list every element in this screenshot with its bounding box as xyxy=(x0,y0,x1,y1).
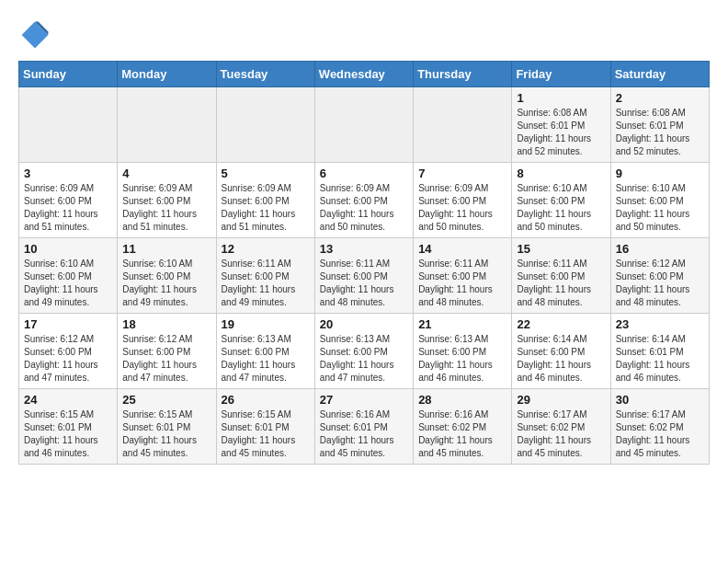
calendar-week-1: 1Sunrise: 6:08 AM Sunset: 6:01 PM Daylig… xyxy=(19,87,710,163)
day-number: 29 xyxy=(517,393,606,407)
day-info: Sunrise: 6:10 AM Sunset: 6:00 PM Dayligh… xyxy=(517,182,606,234)
day-info: Sunrise: 6:17 AM Sunset: 6:02 PM Dayligh… xyxy=(517,408,606,460)
calendar-week-3: 10Sunrise: 6:10 AM Sunset: 6:00 PM Dayli… xyxy=(19,238,710,314)
calendar-cell: 8Sunrise: 6:10 AM Sunset: 6:00 PM Daylig… xyxy=(512,163,610,238)
day-number: 1 xyxy=(517,91,606,105)
calendar-cell: 28Sunrise: 6:16 AM Sunset: 6:02 PM Dayli… xyxy=(414,389,512,465)
day-info: Sunrise: 6:09 AM Sunset: 6:00 PM Dayligh… xyxy=(320,182,409,234)
logo xyxy=(18,18,55,52)
day-info: Sunrise: 6:13 AM Sunset: 6:00 PM Dayligh… xyxy=(418,333,507,385)
calendar-cell: 2Sunrise: 6:08 AM Sunset: 6:01 PM Daylig… xyxy=(610,87,709,163)
calendar-cell: 4Sunrise: 6:09 AM Sunset: 6:00 PM Daylig… xyxy=(118,163,216,238)
day-info: Sunrise: 6:12 AM Sunset: 6:00 PM Dayligh… xyxy=(24,333,113,385)
calendar-cell xyxy=(19,87,118,163)
calendar-cell: 1Sunrise: 6:08 AM Sunset: 6:01 PM Daylig… xyxy=(512,87,610,163)
calendar-cell: 13Sunrise: 6:11 AM Sunset: 6:00 PM Dayli… xyxy=(314,238,413,314)
day-info: Sunrise: 6:09 AM Sunset: 6:00 PM Dayligh… xyxy=(222,182,311,234)
day-info: Sunrise: 6:12 AM Sunset: 6:00 PM Dayligh… xyxy=(122,333,211,385)
day-number: 24 xyxy=(24,393,113,407)
day-info: Sunrise: 6:11 AM Sunset: 6:00 PM Dayligh… xyxy=(320,258,409,309)
day-info: Sunrise: 6:15 AM Sunset: 6:01 PM Dayligh… xyxy=(122,408,211,460)
calendar-cell: 15Sunrise: 6:11 AM Sunset: 6:00 PM Dayli… xyxy=(512,238,610,314)
day-info: Sunrise: 6:09 AM Sunset: 6:00 PM Dayligh… xyxy=(24,182,113,234)
calendar-cell: 27Sunrise: 6:16 AM Sunset: 6:01 PM Dayli… xyxy=(314,389,413,465)
header xyxy=(18,18,710,52)
calendar-week-2: 3Sunrise: 6:09 AM Sunset: 6:00 PM Daylig… xyxy=(19,163,710,238)
calendar-cell xyxy=(314,87,413,163)
day-info: Sunrise: 6:13 AM Sunset: 6:00 PM Dayligh… xyxy=(222,333,311,385)
calendar-cell: 24Sunrise: 6:15 AM Sunset: 6:01 PM Dayli… xyxy=(19,389,118,465)
calendar-header: SundayMondayTuesdayWednesdayThursdayFrid… xyxy=(19,62,710,87)
day-info: Sunrise: 6:15 AM Sunset: 6:01 PM Dayligh… xyxy=(222,408,311,460)
day-number: 23 xyxy=(616,317,705,331)
calendar-cell: 22Sunrise: 6:14 AM Sunset: 6:00 PM Dayli… xyxy=(512,314,610,389)
day-info: Sunrise: 6:14 AM Sunset: 6:01 PM Dayligh… xyxy=(616,333,705,385)
calendar-cell: 17Sunrise: 6:12 AM Sunset: 6:00 PM Dayli… xyxy=(19,314,118,389)
calendar-cell xyxy=(216,87,314,163)
day-info: Sunrise: 6:15 AM Sunset: 6:01 PM Dayligh… xyxy=(24,408,113,460)
day-info: Sunrise: 6:08 AM Sunset: 6:01 PM Dayligh… xyxy=(517,107,606,158)
day-number: 4 xyxy=(122,167,211,180)
day-number: 13 xyxy=(320,242,409,256)
calendar-cell: 21Sunrise: 6:13 AM Sunset: 6:00 PM Dayli… xyxy=(414,314,512,389)
calendar-cell: 11Sunrise: 6:10 AM Sunset: 6:00 PM Dayli… xyxy=(118,238,216,314)
day-info: Sunrise: 6:09 AM Sunset: 6:00 PM Dayligh… xyxy=(122,182,211,234)
day-info: Sunrise: 6:08 AM Sunset: 6:01 PM Dayligh… xyxy=(616,107,705,158)
calendar-cell: 10Sunrise: 6:10 AM Sunset: 6:00 PM Dayli… xyxy=(19,238,118,314)
calendar-cell: 19Sunrise: 6:13 AM Sunset: 6:00 PM Dayli… xyxy=(216,314,314,389)
day-number: 20 xyxy=(320,317,409,331)
weekday-header-saturday: Saturday xyxy=(610,62,709,87)
weekday-header-thursday: Thursday xyxy=(414,62,512,87)
calendar-cell: 29Sunrise: 6:17 AM Sunset: 6:02 PM Dayli… xyxy=(512,389,610,465)
day-info: Sunrise: 6:16 AM Sunset: 6:01 PM Dayligh… xyxy=(320,408,409,460)
day-number: 15 xyxy=(517,242,606,256)
day-number: 16 xyxy=(616,242,705,256)
calendar-cell: 16Sunrise: 6:12 AM Sunset: 6:00 PM Dayli… xyxy=(610,238,709,314)
calendar-cell: 18Sunrise: 6:12 AM Sunset: 6:00 PM Dayli… xyxy=(118,314,216,389)
day-info: Sunrise: 6:10 AM Sunset: 6:00 PM Dayligh… xyxy=(616,182,705,234)
calendar-cell: 7Sunrise: 6:09 AM Sunset: 6:00 PM Daylig… xyxy=(414,163,512,238)
calendar-week-5: 24Sunrise: 6:15 AM Sunset: 6:01 PM Dayli… xyxy=(19,389,710,465)
calendar-week-4: 17Sunrise: 6:12 AM Sunset: 6:00 PM Dayli… xyxy=(19,314,710,389)
day-number: 26 xyxy=(222,393,311,407)
day-number: 3 xyxy=(24,167,113,180)
day-info: Sunrise: 6:12 AM Sunset: 6:00 PM Dayligh… xyxy=(616,258,705,309)
day-number: 21 xyxy=(418,317,507,331)
day-info: Sunrise: 6:11 AM Sunset: 6:00 PM Dayligh… xyxy=(517,258,606,309)
day-info: Sunrise: 6:14 AM Sunset: 6:00 PM Dayligh… xyxy=(517,333,606,385)
day-number: 28 xyxy=(418,393,507,407)
day-info: Sunrise: 6:11 AM Sunset: 6:00 PM Dayligh… xyxy=(222,258,311,309)
calendar-cell: 23Sunrise: 6:14 AM Sunset: 6:01 PM Dayli… xyxy=(610,314,709,389)
weekday-header-sunday: Sunday xyxy=(19,62,118,87)
calendar-cell: 6Sunrise: 6:09 AM Sunset: 6:00 PM Daylig… xyxy=(314,163,413,238)
day-info: Sunrise: 6:16 AM Sunset: 6:02 PM Dayligh… xyxy=(418,408,507,460)
calendar-cell: 12Sunrise: 6:11 AM Sunset: 6:00 PM Dayli… xyxy=(216,238,314,314)
day-number: 22 xyxy=(517,317,606,331)
calendar-cell: 3Sunrise: 6:09 AM Sunset: 6:00 PM Daylig… xyxy=(19,163,118,238)
calendar-cell: 20Sunrise: 6:13 AM Sunset: 6:00 PM Dayli… xyxy=(314,314,413,389)
calendar-cell: 26Sunrise: 6:15 AM Sunset: 6:01 PM Dayli… xyxy=(216,389,314,465)
day-number: 19 xyxy=(222,317,311,331)
calendar-cell: 9Sunrise: 6:10 AM Sunset: 6:00 PM Daylig… xyxy=(610,163,709,238)
day-info: Sunrise: 6:10 AM Sunset: 6:00 PM Dayligh… xyxy=(24,258,113,309)
day-number: 10 xyxy=(24,242,113,256)
page: SundayMondayTuesdayWednesdayThursdayFrid… xyxy=(0,0,728,483)
calendar-cell: 5Sunrise: 6:09 AM Sunset: 6:00 PM Daylig… xyxy=(216,163,314,238)
day-number: 25 xyxy=(122,393,211,407)
day-info: Sunrise: 6:10 AM Sunset: 6:00 PM Dayligh… xyxy=(122,258,211,309)
day-number: 17 xyxy=(24,317,113,331)
calendar-table: SundayMondayTuesdayWednesdayThursdayFrid… xyxy=(18,61,710,465)
day-number: 11 xyxy=(122,242,211,256)
day-number: 27 xyxy=(320,393,409,407)
day-number: 18 xyxy=(122,317,211,331)
calendar-cell xyxy=(118,87,216,163)
day-number: 30 xyxy=(616,393,705,407)
weekday-header-row: SundayMondayTuesdayWednesdayThursdayFrid… xyxy=(19,62,710,87)
day-number: 9 xyxy=(616,167,705,180)
day-number: 12 xyxy=(222,242,311,256)
calendar-cell: 25Sunrise: 6:15 AM Sunset: 6:01 PM Dayli… xyxy=(118,389,216,465)
weekday-header-tuesday: Tuesday xyxy=(216,62,314,87)
calendar-cell: 30Sunrise: 6:17 AM Sunset: 6:02 PM Dayli… xyxy=(610,389,709,465)
weekday-header-friday: Friday xyxy=(512,62,610,87)
weekday-header-monday: Monday xyxy=(118,62,216,87)
